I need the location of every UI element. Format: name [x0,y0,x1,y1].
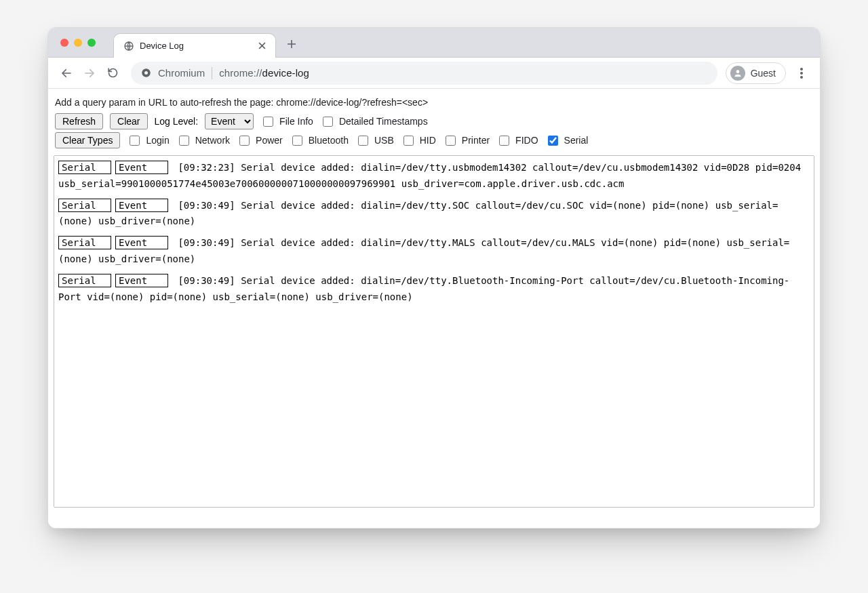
type-toggle-usb[interactable]: USB [355,134,394,148]
type-checkbox-usb[interactable] [358,136,368,146]
svg-point-6 [800,76,803,79]
profile-button[interactable]: Guest [726,62,786,84]
type-label-bluetooth: Bluetooth [309,135,349,146]
avatar-icon [730,66,745,81]
file-info-label: File Info [279,116,313,127]
log-tag-level: Event [115,236,168,249]
type-checkbox-login[interactable] [130,136,140,146]
forward-button[interactable] [79,63,100,83]
type-checkbox-bluetooth[interactable] [292,136,302,146]
browser-window: Device Log Chromium [47,27,821,529]
type-checkbox-printer[interactable] [446,136,456,146]
file-info-toggle[interactable]: File Info [260,115,313,129]
type-checkbox-fido[interactable] [499,136,509,146]
type-checkbox-serial[interactable] [548,136,558,146]
tab-close-button[interactable] [256,41,267,52]
auto-refresh-hint: Add a query param in URL to auto-refresh… [55,97,813,108]
zoom-window-button[interactable] [87,39,96,47]
browser-menu-button[interactable] [791,63,812,83]
type-toggle-bluetooth[interactable]: Bluetooth [290,134,349,148]
type-label-serial: Serial [564,135,589,146]
site-settings-icon[interactable] [140,68,151,79]
omnibox-url: chrome://device-log [219,67,309,79]
log-entry: SerialEvent [09:30:49] Serial device add… [58,273,810,306]
page-content: Add a query param in URL to auto-refresh… [48,89,820,528]
file-info-checkbox[interactable] [263,117,273,127]
svg-point-5 [800,72,803,75]
log-entry: SerialEvent [09:30:49] Serial device add… [58,235,810,268]
log-tag-level: Event [115,199,168,212]
log-level-select[interactable]: EventUserDebugError [205,113,254,129]
log-level-label: Log Level: [155,116,199,127]
title-bar: Device Log [48,28,820,58]
log-tag-type: Serial [58,274,111,287]
type-label-power: Power [256,135,283,146]
type-label-hid: HID [420,135,436,146]
type-label-network: Network [195,135,230,146]
detailed-timestamps-toggle[interactable]: Detailed Timestamps [320,115,428,129]
address-bar[interactable]: Chromium chrome://device-log [131,62,717,85]
log-tag-type: Serial [58,161,111,174]
tab-title: Device Log [140,41,251,51]
toolbar: Chromium chrome://device-log Guest [48,58,820,89]
controls-row-1: Refresh Clear Log Level: EventUserDebugE… [55,113,813,129]
types-row: Clear Types LoginNetworkPowerBluetoothUS… [55,132,813,148]
omnibox-url-scheme: chrome:// [219,67,262,79]
detailed-timestamps-checkbox[interactable] [323,117,333,127]
type-toggle-fido[interactable]: FIDO [496,134,538,148]
svg-point-4 [800,68,803,70]
svg-point-2 [144,71,148,75]
clear-types-button[interactable]: Clear Types [55,132,120,148]
tab-strip: Device Log [113,28,302,57]
type-label-usb: USB [374,135,394,146]
type-checkbox-power[interactable] [239,136,250,146]
type-toggle-power[interactable]: Power [237,134,283,148]
tab-device-log[interactable]: Device Log [113,33,276,58]
type-toggle-network[interactable]: Network [176,134,230,148]
omnibox-url-path: device-log [262,67,309,79]
window-controls [60,39,96,47]
clear-button[interactable]: Clear [110,113,147,129]
back-button[interactable] [56,63,77,83]
detailed-timestamps-label: Detailed Timestamps [339,116,428,127]
type-toggle-serial[interactable]: Serial [545,134,589,148]
log-tag-level: Event [115,274,168,287]
type-checkbox-network[interactable] [179,136,189,146]
type-toggle-hid[interactable]: HID [401,134,436,148]
profile-label: Guest [751,68,776,79]
type-checkbox-hid[interactable] [403,136,414,146]
log-entry: SerialEvent [09:32:23] Serial device add… [58,160,810,192]
type-toggle-login[interactable]: Login [127,134,169,148]
svg-point-3 [736,70,739,73]
type-label-login: Login [146,135,169,146]
log-message: [09:32:23] Serial device added: dialin=/… [58,162,801,189]
log-tag-type: Serial [58,236,111,249]
log-tag-level: Event [115,161,168,174]
globe-icon [123,41,134,52]
type-toggle-printer[interactable]: Printer [443,134,490,148]
refresh-button[interactable]: Refresh [55,113,103,129]
omnibox-prefix: Chromium [158,67,205,79]
log-entry: SerialEvent [09:30:49] Serial device add… [58,198,810,230]
log-tag-type: Serial [58,199,111,212]
type-label-fido: FIDO [515,135,538,146]
omnibox-separator [212,67,212,79]
type-label-printer: Printer [462,135,490,146]
new-tab-button[interactable] [281,34,302,54]
reload-button[interactable] [102,63,123,83]
log-output: SerialEvent [09:32:23] Serial device add… [54,155,814,508]
minimize-window-button[interactable] [74,39,82,47]
close-window-button[interactable] [60,39,68,47]
